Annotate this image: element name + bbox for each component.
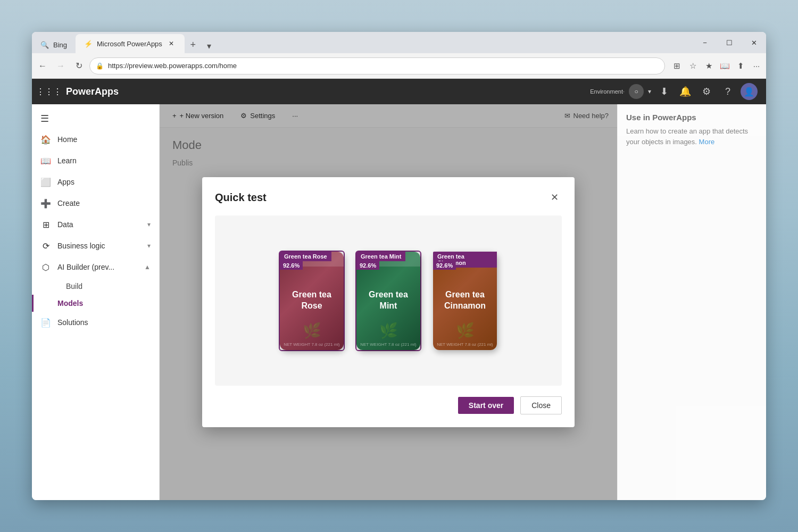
quick-test-modal: Quick test ✕ Green tea Rose 92.6% Contos… <box>202 177 575 427</box>
refresh-button[interactable]: ↻ <box>70 57 87 74</box>
favorites-bar-button[interactable]: ★ <box>701 59 716 73</box>
data-icon: ⊞ <box>40 219 51 230</box>
tab-bar-left: 🔍 Bing ⚡ Microsoft PowerApps ✕ + ▾ <box>32 32 688 53</box>
navigation-controls: ← → ↻ <box>34 57 87 74</box>
modal-footer: Start over Close <box>215 396 562 414</box>
modal-title: Quick test <box>215 192 267 204</box>
sidebar: ☰ 🏠 Home 📖 Learn ⬜ Apps ➕ Create <box>32 104 160 500</box>
tab-dropdown-button[interactable]: ▾ <box>202 38 217 53</box>
reading-view-button[interactable]: 📖 <box>717 59 732 73</box>
mint-leaf-decoration: 🌿 <box>379 322 398 339</box>
sidebar-business-logic-label: Business logic <box>57 242 105 250</box>
url-bar-wrapper: 🔒 https://preview.web.powerapps.com/home <box>89 57 665 74</box>
more-settings-button[interactable]: ··· <box>749 59 764 73</box>
cinnamon-leaf-decoration: 🌿 <box>456 322 475 339</box>
ai-builder-chevron-icon: ▲ <box>144 263 151 271</box>
environment-icon: ○ <box>629 84 644 99</box>
mint-product-label: Green tea Mint <box>356 252 405 261</box>
settings-button[interactable]: ⚙ <box>698 83 715 100</box>
close-modal-button[interactable]: Close <box>520 396 562 414</box>
extensions-button[interactable]: ⊞ <box>669 59 684 73</box>
cinnamon-can-name: Green tea Cinnamon <box>433 289 497 312</box>
product-card-rose[interactable]: Green tea Rose 92.6% Contoso Green tea R… <box>280 252 344 350</box>
app-topbar: ⋮⋮⋮ PowerApps Environment· ○ ▾ ⬇ 🔔 ⚙ ? 👤 <box>32 79 766 104</box>
tab-powerapps[interactable]: ⚡ Microsoft PowerApps ✕ <box>76 34 185 53</box>
modal-close-button[interactable]: ✕ <box>547 190 562 205</box>
right-panel-title: Use in PowerApps <box>626 113 758 122</box>
modal-header: Quick test ✕ <box>215 190 562 205</box>
sidebar-item-learn[interactable]: 📖 Learn <box>32 150 159 171</box>
favorites-button[interactable]: ☆ <box>685 59 700 73</box>
ai-builder-subitems: Build Models <box>32 278 159 312</box>
close-button[interactable]: ✕ <box>742 34 766 51</box>
tab-close-button[interactable]: ✕ <box>167 39 176 48</box>
product-card-cinnamon[interactable]: Green tea Cinnamon 92.6% Contoso Green t… <box>433 252 497 350</box>
ssl-lock-icon: 🔒 <box>96 62 104 70</box>
mint-confidence: 92.6% <box>356 261 379 270</box>
notification-button[interactable]: 🔔 <box>677 83 694 100</box>
product-card-mint[interactable]: Green tea Mint 92.6% Contoso Green tea M… <box>356 252 420 350</box>
mint-weight: NET WEIGHT 7.8 oz (221 ml) <box>360 342 417 347</box>
share-button[interactable]: ⬆ <box>733 59 748 73</box>
home-icon: 🏠 <box>40 134 51 145</box>
rose-leaf-decoration: 🌿 <box>303 322 321 339</box>
sidebar-data-label: Data <box>57 220 73 229</box>
sidebar-item-create[interactable]: ➕ Create <box>32 193 159 214</box>
new-tab-button[interactable]: + <box>185 36 202 53</box>
right-panel-description: Learn how to create an app that detects … <box>626 126 758 147</box>
minimize-button[interactable]: − <box>693 34 717 51</box>
cinnamon-confidence: 92.6% <box>433 261 456 270</box>
models-label: Models <box>57 299 83 307</box>
sidebar-ai-builder-label: AI Builder (prev... <box>57 263 114 271</box>
sidebar-home-label: Home <box>57 135 77 144</box>
business-logic-chevron-icon: ▾ <box>147 242 151 250</box>
build-label: Build <box>66 282 82 290</box>
sidebar-item-solutions[interactable]: 📄 Solutions <box>32 312 159 333</box>
app-content: ⋮⋮⋮ PowerApps Environment· ○ ▾ ⬇ 🔔 ⚙ ? 👤 <box>32 79 766 500</box>
sidebar-item-ai-builder[interactable]: ⬡ AI Builder (prev... ▲ <box>32 256 159 278</box>
user-avatar[interactable]: 👤 <box>741 83 758 100</box>
powerapps-tab-label: Microsoft PowerApps <box>97 40 162 48</box>
app-title: PowerApps <box>66 86 119 97</box>
ai-builder-icon: ⬡ <box>40 262 51 272</box>
modal-overlay: Quick test ✕ Green tea Rose 92.6% Contos… <box>160 104 617 500</box>
sidebar-hamburger-button[interactable]: ☰ <box>32 109 159 129</box>
data-chevron-icon: ▾ <box>147 221 151 228</box>
main-layout: ☰ 🏠 Home 📖 Learn ⬜ Apps ➕ Create <box>32 104 766 500</box>
right-panel-more-link[interactable]: More <box>699 138 715 146</box>
learn-icon: 📖 <box>40 155 51 166</box>
address-bar: ← → ↻ 🔒 https://preview.web.powerapps.co… <box>32 53 766 79</box>
start-over-button[interactable]: Start over <box>458 397 514 414</box>
maximize-button[interactable]: ☐ <box>717 34 742 51</box>
mint-can-name: Green tea Mint <box>356 289 420 312</box>
help-button[interactable]: ? <box>719 83 736 100</box>
sidebar-item-data[interactable]: ⊞ Data ▾ <box>32 214 159 235</box>
browser-action-buttons: ⊞ ☆ ★ 📖 ⬆ ··· <box>669 59 764 73</box>
tab-bing[interactable]: 🔍 Bing <box>32 36 76 53</box>
right-panel: Use in PowerApps Learn how to create an … <box>617 104 766 500</box>
topbar-right-actions: Environment· ○ ▾ ⬇ 🔔 ⚙ ? 👤 <box>590 83 758 100</box>
waffle-menu-button[interactable]: ⋮⋮⋮ <box>40 83 57 100</box>
rose-confidence: 92.6% <box>280 261 303 270</box>
window-controls: − ☐ ✕ <box>693 34 766 51</box>
sidebar-item-apps[interactable]: ⬜ Apps <box>32 171 159 193</box>
forward-button[interactable]: → <box>52 57 69 74</box>
modal-body: Green tea Rose 92.6% Contoso Green tea R… <box>215 215 562 386</box>
sidebar-subitem-build[interactable]: Build <box>57 278 159 295</box>
solutions-icon: 📄 <box>40 317 51 328</box>
sidebar-item-business-logic[interactable]: ⟳ Business logic ▾ <box>32 235 159 256</box>
environment-chevron: ▾ <box>648 88 651 95</box>
environment-label: Environment· <box>590 88 625 95</box>
url-bar[interactable]: https://preview.web.powerapps.com/home <box>89 57 665 74</box>
download-button[interactable]: ⬇ <box>655 83 672 100</box>
create-icon: ➕ <box>40 198 51 209</box>
bing-tab-label: Bing <box>53 41 67 49</box>
url-text: https://preview.web.powerapps.com/home <box>108 62 237 70</box>
business-logic-icon: ⟳ <box>40 240 51 251</box>
sidebar-solutions-label: Solutions <box>57 318 88 327</box>
environment-selector[interactable]: Environment· ○ ▾ <box>590 84 651 99</box>
back-button[interactable]: ← <box>34 57 51 74</box>
sidebar-item-home[interactable]: 🏠 Home <box>32 129 159 150</box>
sidebar-subitem-models[interactable]: Models <box>32 295 159 312</box>
rose-weight: NET WEIGHT 7.8 oz (221 ml) <box>284 342 340 347</box>
